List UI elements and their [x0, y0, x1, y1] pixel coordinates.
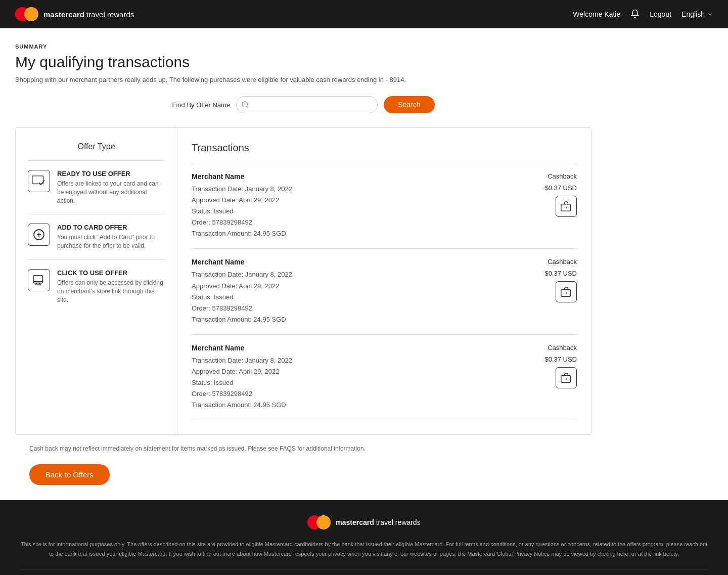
cashback-label: Cashback [548, 172, 577, 180]
svg-rect-13 [561, 290, 571, 297]
transaction-details: Merchant Name Transaction Date: January … [192, 344, 292, 411]
svg-rect-11 [561, 204, 571, 211]
cashback-label: Cashback [548, 258, 577, 266]
ready-to-use-text: READY TO USE OFFER Offers are linked to … [57, 170, 165, 205]
bell-icon[interactable] [630, 9, 640, 20]
offer-item-click: CLICK TO USE OFFER Offers can only be ac… [28, 269, 165, 304]
transaction-info: Transaction Date: January 8, 2022 Approv… [192, 184, 292, 239]
add-to-card-text: ADD TO CARD OFFER You must click "Add to… [57, 224, 165, 250]
merchant-name: Merchant Name [192, 172, 292, 181]
offer-type-title: Offer Type [28, 142, 165, 151]
page-description: Shopping with our merchant partners real… [15, 76, 592, 83]
svg-rect-15 [561, 376, 571, 383]
summary-label: SUMMARY [15, 43, 592, 50]
footer-brand: mastercard travel rewards [336, 517, 420, 528]
transaction-cashback: Cashback $0.37 USD [544, 344, 577, 388]
svg-point-0 [242, 102, 248, 107]
mastercard-logo [15, 7, 38, 21]
transaction-list: Merchant Name Transaction Date: January … [192, 163, 577, 420]
search-input-wrapper [236, 96, 378, 113]
brand-name: mastercard travel rewards [43, 10, 134, 19]
footer-disclaimer: This site is for informational purposes … [20, 540, 708, 558]
header-right-area: Welcome Katie Logout English [573, 9, 713, 20]
page-title: My qualifying transactions [15, 54, 592, 71]
merchant-name: Merchant Name [192, 258, 292, 266]
offer-item-ready: READY TO USE OFFER Offers are linked to … [28, 170, 165, 205]
merchant-name: Merchant Name [192, 344, 292, 352]
transaction-row: Merchant Name Transaction Date: January … [192, 249, 577, 334]
offer-item-add: ADD TO CARD OFFER You must click "Add to… [28, 224, 165, 250]
logo-circle-orange [24, 7, 38, 21]
logout-button[interactable]: Logout [650, 10, 671, 18]
back-to-offers-button[interactable]: Back to Offers [29, 464, 110, 485]
transactions-panel: Transactions Merchant Name Transaction D… [177, 128, 591, 434]
content-panel: Offer Type READY TO USE OFFER Offers are… [15, 127, 592, 435]
transaction-info: Transaction Date: January 8, 2022 Approv… [192, 269, 292, 325]
header: mastercard travel rewards Welcome Katie … [0, 0, 728, 28]
welcome-text: Welcome Katie [573, 10, 620, 18]
header-logo-area: mastercard travel rewards [15, 7, 134, 21]
divider-1 [28, 214, 165, 214]
click-to-use-icon [28, 269, 50, 291]
cashback-amount: $0.37 USD [544, 270, 577, 277]
transaction-cashback: Cashback $0.37 USD [544, 172, 577, 217]
transaction-icon [556, 367, 577, 388]
transactions-title: Transactions [192, 142, 577, 154]
offer-type-divider [28, 160, 165, 161]
cashback-amount: $0.37 USD [544, 184, 577, 192]
footer-logo [307, 515, 331, 529]
cashback-amount: $0.37 USD [544, 356, 577, 363]
divider-2 [28, 259, 165, 260]
search-row: Find By Offer Name Search [15, 96, 592, 113]
main-content: SUMMARY My qualifying transactions Shopp… [0, 28, 607, 500]
transaction-cashback: Cashback $0.37 USD [544, 258, 577, 302]
transaction-info: Transaction Date: January 8, 2022 Approv… [192, 355, 292, 411]
offer-type-panel: Offer Type READY TO USE OFFER Offers are… [16, 128, 177, 434]
svg-line-1 [247, 106, 248, 108]
transaction-row: Merchant Name Transaction Date: January … [192, 163, 577, 249]
ready-to-use-icon [28, 170, 50, 192]
language-selector[interactable]: English [681, 10, 713, 18]
search-label: Find By Offer Name [172, 101, 231, 109]
transaction-details: Merchant Name Transaction Date: January … [192, 172, 292, 239]
search-button[interactable]: Search [384, 96, 434, 113]
transaction-row: Merchant Name Transaction Date: January … [192, 335, 577, 420]
footer-links: Terms of Use FAQs Mastercard.com Global … [20, 569, 708, 575]
transaction-icon [556, 196, 577, 217]
search-icon [241, 101, 249, 109]
add-to-card-icon [28, 224, 50, 246]
transaction-details: Merchant Name Transaction Date: January … [192, 258, 292, 325]
click-to-use-text: CLICK TO USE OFFER Offers can only be ac… [57, 269, 165, 304]
search-input[interactable] [236, 96, 378, 113]
footer: mastercard travel rewards This site is f… [0, 500, 728, 575]
cashback-label: Cashback [548, 344, 577, 351]
cashback-note: Cash back may not reflect immediately on… [15, 445, 592, 452]
footer-logo-orange [316, 515, 331, 529]
transaction-icon [556, 281, 577, 302]
footer-logo-row: mastercard travel rewards [20, 515, 708, 529]
svg-rect-2 [32, 176, 43, 184]
